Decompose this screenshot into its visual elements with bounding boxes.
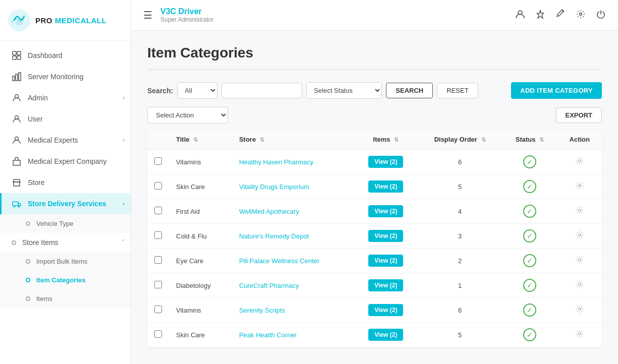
export-button[interactable]: EXPORT [556,107,602,123]
row-checkbox-5[interactable] [154,281,162,288]
search-all-select[interactable]: All [177,82,217,99]
sidebar-item-user[interactable]: User [0,108,131,130]
settings-icon[interactable] [576,9,586,22]
svg-rect-4 [13,56,16,59]
store-link-6[interactable]: Serenity Scripts [239,307,285,314]
sidebar-item-store-items[interactable]: Store Items ˅ [0,233,131,252]
order-sort-icon[interactable]: ⇅ [481,137,486,143]
hamburger-menu[interactable]: ☰ [143,9,152,21]
row-checkbox-4[interactable] [154,256,162,264]
row-status-2: ✓ [502,199,557,224]
reset-button[interactable]: RESET [437,83,478,98]
status-sort-icon[interactable]: ⇅ [539,137,544,143]
store-link-1[interactable]: Vitality Drugs Emporium [239,183,309,191]
sidebar-item-items[interactable]: Items [0,289,131,308]
row-checkbox-0[interactable] [154,157,162,165]
svg-point-1 [15,21,23,25]
status-check-0: ✓ [523,155,536,168]
search-button[interactable]: SEARCH [386,83,433,98]
row-checkbox-1[interactable] [154,182,162,190]
alert-icon[interactable] [535,9,545,22]
store-link-5[interactable]: CureCraft Pharmacy [239,282,299,289]
svg-point-26 [578,332,581,335]
store-link-7[interactable]: Peak Health Corner [239,331,297,339]
action-select[interactable]: Select Action Delete [147,107,228,124]
view-button-1[interactable]: View (2) [368,180,403,193]
svg-point-19 [578,159,581,162]
svg-rect-13 [14,182,20,186]
status-check-2: ✓ [523,205,536,218]
table-header-row: Title ⇅ Store ⇅ Items ⇅ Display Order ⇅ … [147,130,602,150]
sidebar-item-vehicle-type[interactable]: Vehicle Type [0,214,131,233]
view-button-6[interactable]: View (2) [368,304,403,316]
view-button-4[interactable]: View (2) [368,255,403,267]
sidebar-item-medical-expert-company[interactable]: Medical Expert Company [0,151,131,172]
gear-icon-1[interactable] [575,182,584,192]
row-checkbox-cell [147,249,169,273]
row-checkbox-3[interactable] [154,231,162,239]
items-sort-icon[interactable]: ⇅ [394,137,399,143]
view-button-5[interactable]: View (2) [368,279,403,291]
dashboard-icon [12,50,22,60]
sidebar-item-admin[interactable]: Admin › [0,87,131,108]
table-row: Eye Care Pill Palace Wellness Center Vie… [147,249,602,273]
store-link-4[interactable]: Pill Palace Wellness Center [239,257,319,265]
sidebar-item-categories-label: Item Categories [36,276,121,284]
row-view-6: View (2) [354,298,418,323]
sidebar-item-store-delivery[interactable]: Store Delivery Services › [0,193,131,214]
table-row: Cold & Flu Nature's Remedy Depot View (2… [147,224,602,249]
sidebar-item-medical-experts-label: Medical Experts [28,136,121,144]
status-select[interactable]: Select Status Active Inactive [306,82,382,99]
row-view-2: View (2) [354,199,418,224]
store-link-3[interactable]: Nature's Remedy Depot [239,232,309,240]
store-sort-icon[interactable]: ⇅ [260,137,264,143]
gear-icon-7[interactable] [575,330,584,340]
gear-icon-0[interactable] [575,157,584,167]
store-link-2[interactable]: WellMed Apothecary [239,208,299,215]
row-status-5: ✓ [502,273,557,298]
sidebar-item-server-monitoring[interactable]: Server Monitoring [0,66,131,87]
row-store-1: Vitality Drugs Emporium [232,174,354,199]
row-store-3: Nature's Remedy Depot [232,224,354,249]
row-checkbox-7[interactable] [154,330,162,338]
import-bulk-dot [26,259,30,264]
table-row: First Aid WellMed Apothecary View (2) 4 … [147,199,602,224]
gear-icon-3[interactable] [575,231,584,241]
row-view-4: View (2) [354,249,418,273]
sidebar-item-import-bulk[interactable]: Import Bulk Items [0,252,131,271]
row-checkbox-6[interactable] [154,306,162,313]
view-button-7[interactable]: View (2) [368,329,403,341]
logo-text: PRO MEDICALALL [35,16,106,25]
add-item-category-button[interactable]: ADD ITEM CATEGORY [511,82,602,99]
sidebar-item-medical-experts[interactable]: Medical Experts › [0,130,131,151]
sidebar-item-server-label: Server Monitoring [28,73,121,81]
power-icon[interactable] [596,9,606,22]
gear-icon-4[interactable] [575,256,584,266]
sidebar-item-item-categories[interactable]: Item Categories [0,271,131,289]
row-store-0: Healthy Haven Pharmacy [232,150,354,174]
view-button-0[interactable]: View (2) [368,156,403,168]
gear-icon-2[interactable] [575,207,584,217]
row-checkbox-cell [147,199,169,224]
gear-icon-5[interactable] [575,281,584,291]
sidebar-item-dashboard[interactable]: Dashboard [0,45,131,66]
row-checkbox-cell [147,273,169,298]
row-action-4 [557,249,602,273]
store-link-0[interactable]: Healthy Haven Pharmacy [239,158,313,166]
search-input[interactable] [221,83,302,98]
col-store: Store ⇅ [232,130,354,150]
view-button-3[interactable]: View (2) [368,230,403,242]
gear-icon-6[interactable] [575,306,584,316]
title-sort-icon[interactable]: ⇅ [193,137,198,143]
profile-icon[interactable] [515,9,525,22]
svg-point-24 [578,283,581,285]
sidebar: PRO MEDICALALL Dashboard Server Monitori… [0,0,131,364]
svg-rect-2 [13,51,16,55]
svg-rect-6 [13,76,15,81]
item-categories-table: Title ⇅ Store ⇅ Items ⇅ Display Order ⇅ … [147,130,602,347]
row-checkbox-2[interactable] [154,207,162,214]
table-row: Skin Care Vitality Drugs Emporium View (… [147,174,602,199]
sidebar-item-store[interactable]: Store [0,172,131,193]
edit-icon[interactable] [555,9,566,22]
view-button-2[interactable]: View (2) [368,205,403,217]
